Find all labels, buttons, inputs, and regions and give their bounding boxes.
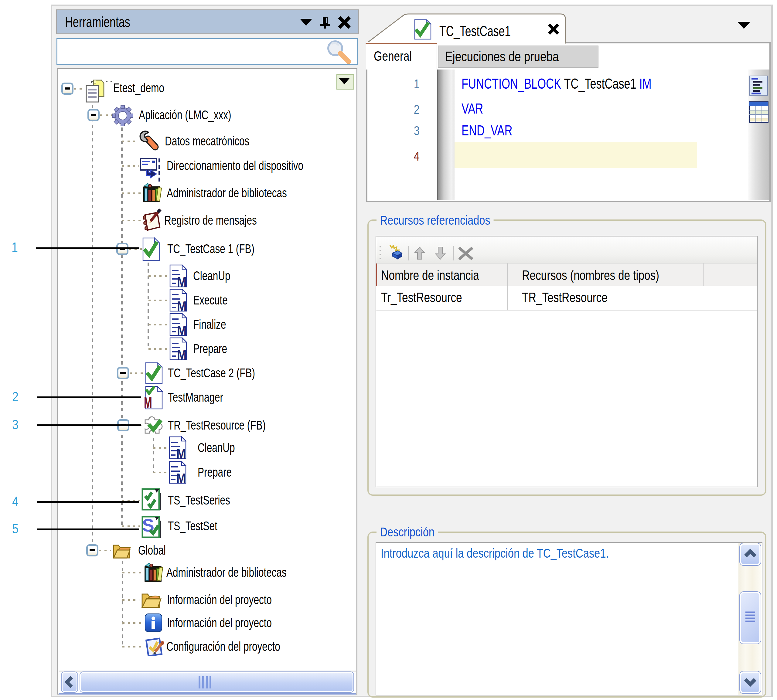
svg-text:M: M [145,393,152,410]
